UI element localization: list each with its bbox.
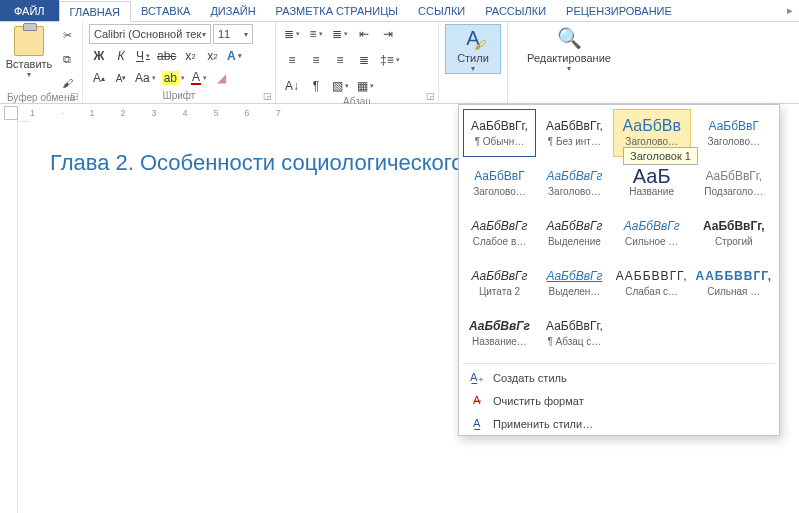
vertical-ruler[interactable] <box>0 120 18 513</box>
highlight-button[interactable]: ab▾ <box>160 68 187 88</box>
style-label: Название <box>616 186 688 197</box>
line-spacing-button[interactable]: ‡≡▾ <box>378 50 402 70</box>
ruler-corner[interactable] <box>4 106 18 120</box>
style-item[interactable]: АаБбВвГг,Подзаголо… <box>693 159 776 207</box>
style-label: Слабое в… <box>466 236 533 247</box>
tab-insert[interactable]: ВСТАВКА <box>131 0 200 21</box>
style-item[interactable]: ААББВВГГ,Сильная … <box>693 259 776 307</box>
style-item[interactable]: АаБбВвГгСильное … <box>613 209 691 257</box>
style-preview: АаБбВвГг, <box>541 119 608 133</box>
style-item[interactable]: АаБбВвГг,¶ Обычн… <box>463 109 536 157</box>
apply-styles-cmd[interactable]: A̲ Применить стили… <box>459 412 779 435</box>
style-item[interactable]: АаБбВвГгСлабое в… <box>463 209 536 257</box>
font-launcher[interactable]: ◲ <box>263 91 273 101</box>
chevron-down-icon: ▾ <box>244 30 248 39</box>
paragraph-launcher[interactable]: ◲ <box>426 91 436 101</box>
borders-button[interactable]: ▦▾ <box>355 76 376 96</box>
format-painter-button[interactable]: 🖌 <box>58 74 76 92</box>
style-preview: АаБбВвГг <box>541 219 608 233</box>
editing-button[interactable]: 🔍 Редактирование ▾ <box>514 24 624 73</box>
align-right-button[interactable]: ≡ <box>330 50 350 70</box>
highlight-icon: ab <box>162 71 179 85</box>
decrease-indent-button[interactable]: ⇤ <box>354 24 374 44</box>
tab-design[interactable]: ДИЗАЙН <box>200 0 265 21</box>
font-color-button[interactable]: A▾ <box>189 68 209 88</box>
style-item[interactable]: АаБбВвГгЗаголово… <box>538 159 611 207</box>
align-left-button[interactable]: ≡ <box>282 50 302 70</box>
font-name-value: Calibri (Основной тек <box>94 28 201 40</box>
justify-button[interactable]: ≣ <box>354 50 374 70</box>
increase-indent-button[interactable]: ⇥ <box>378 24 398 44</box>
clipboard-launcher[interactable]: ◲ <box>70 91 80 101</box>
style-label: Название… <box>466 336 533 347</box>
paste-dropdown-icon[interactable]: ▾ <box>27 70 31 79</box>
style-item[interactable]: АаБбВвГгВыделен… <box>538 259 611 307</box>
paste-button[interactable]: Вставить ▾ <box>6 24 52 79</box>
chevron-down-icon: ▾ <box>238 52 242 60</box>
tabs-scroll-right-icon[interactable]: ▸ <box>781 4 799 17</box>
tab-mailings[interactable]: РАССЫЛКИ <box>475 0 556 21</box>
text-effects-button[interactable]: A▾ <box>224 46 244 66</box>
clipboard-icon <box>14 26 44 56</box>
superscript-button[interactable]: x2 <box>202 46 222 66</box>
strikethrough-button[interactable]: abc <box>155 46 178 66</box>
style-label: Цитата 2 <box>466 286 533 297</box>
copy-button[interactable]: ⧉ <box>58 50 76 68</box>
style-item[interactable]: АаБбВвГг,¶ Без инт… <box>538 109 611 157</box>
clear-format-cmd[interactable]: A̶ Очистить формат <box>459 389 779 412</box>
style-label: Подзаголо… <box>696 186 773 197</box>
sort-button[interactable]: A↓ <box>282 76 302 96</box>
shrink-font-button[interactable]: A▾ <box>111 68 131 88</box>
multilevel-list-button[interactable]: ≣▾ <box>330 24 350 44</box>
styles-label: Стили <box>457 52 489 64</box>
style-item[interactable]: АаБбВвГг,Строгий <box>693 209 776 257</box>
style-preview: ААББВВГГ, <box>696 269 773 283</box>
font-size-value: 11 <box>218 28 230 40</box>
change-case-button[interactable]: Aa▾ <box>133 68 158 88</box>
subscript-button[interactable]: x2 <box>180 46 200 66</box>
styles-grid: АаБбВвГг,¶ Обычн…АаБбВвГг,¶ Без инт…АаБб… <box>459 105 779 361</box>
style-label: Строгий <box>696 236 773 247</box>
style-item[interactable]: АаБбВвГг,¶ Абзац с… <box>538 309 611 357</box>
style-item[interactable]: ААББВВГГ,Слабая с… <box>613 259 691 307</box>
bullets-button[interactable]: ≣▾ <box>282 24 302 44</box>
group-editing: 🔍 Редактирование ▾ <box>508 22 630 103</box>
font-name-combo[interactable]: Calibri (Основной тек ▾ <box>89 24 211 44</box>
style-item[interactable]: АаБбВвГЗаголово… <box>463 159 536 207</box>
style-item[interactable]: АаБбВвГгВыделение <box>538 209 611 257</box>
eraser-icon: ◢ <box>217 71 226 85</box>
style-preview: АаБбВвГ <box>466 169 533 183</box>
clear-formatting-button[interactable]: ◢ <box>211 68 231 88</box>
style-tooltip: Заголовок 1 <box>623 147 698 165</box>
bold-button[interactable]: Ж <box>89 46 109 66</box>
chevron-down-icon: ▾ <box>146 52 150 60</box>
italic-button[interactable]: К <box>111 46 131 66</box>
ribbon: Вставить ▾ ✂ ⧉ 🖌 Буфер обмена ◲ Calibri … <box>0 22 799 104</box>
style-label: Сильная … <box>696 286 773 297</box>
style-item[interactable]: АаБНазвание <box>613 159 691 207</box>
create-style-cmd[interactable]: A̲₊ Создать стиль <box>459 366 779 389</box>
align-center-button[interactable]: ≡ <box>306 50 326 70</box>
cut-button[interactable]: ✂ <box>58 26 76 44</box>
tab-file[interactable]: ФАЙЛ <box>0 0 59 21</box>
style-preview: АаБбВвГг <box>466 319 533 333</box>
numbering-button[interactable]: ≡▾ <box>306 24 326 44</box>
shading-button[interactable]: ▧▾ <box>330 76 351 96</box>
styles-gallery-button[interactable]: A🖌 Стили ▾ <box>445 24 501 74</box>
tab-references[interactable]: ССЫЛКИ <box>408 0 475 21</box>
underline-button[interactable]: Ч ▾ <box>133 46 153 66</box>
group-font-label: Шрифт <box>89 90 269 103</box>
tab-review[interactable]: РЕЦЕНЗИРОВАНИЕ <box>556 0 682 21</box>
style-item[interactable]: АаБбВвГгЦитата 2 <box>463 259 536 307</box>
style-label: Выделение <box>541 236 608 247</box>
tab-page-layout[interactable]: РАЗМЕТКА СТРАНИЦЫ <box>266 0 408 21</box>
tab-home[interactable]: ГЛАВНАЯ <box>59 1 131 22</box>
scissors-icon: ✂ <box>63 29 72 42</box>
style-item[interactable]: АаБбВвГЗаголово… <box>693 109 776 157</box>
group-paragraph: ≣▾ ≡▾ ≣▾ ⇤ ⇥ ≡ ≡ ≡ ≣ ‡≡▾ A↓ ¶ ▧▾ ▦ <box>276 22 439 103</box>
show-marks-button[interactable]: ¶ <box>306 76 326 96</box>
style-item[interactable]: АаБбВвГгНазвание… <box>463 309 536 357</box>
font-size-combo[interactable]: 11 ▾ <box>213 24 253 44</box>
grow-font-button[interactable]: A▴ <box>89 68 109 88</box>
binoculars-icon: 🔍 <box>557 26 582 50</box>
